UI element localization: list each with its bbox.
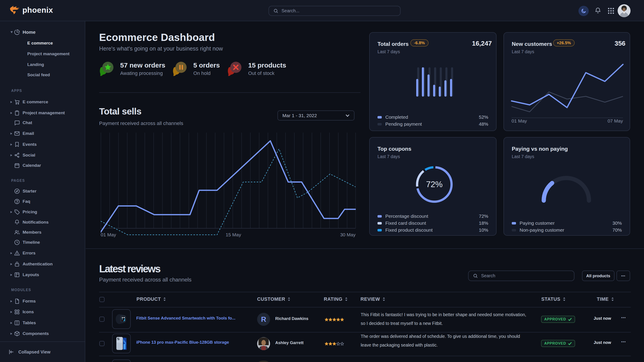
svg-text:R: R xyxy=(261,315,266,323)
svg-text:01 May: 01 May xyxy=(101,232,116,237)
svg-text:01 May: 01 May xyxy=(512,118,527,123)
svg-text:72%: 72% xyxy=(426,180,442,189)
svg-text:30 May: 30 May xyxy=(340,232,356,237)
svg-text:07 May: 07 May xyxy=(608,118,623,123)
svg-text:15 May: 15 May xyxy=(226,232,241,237)
